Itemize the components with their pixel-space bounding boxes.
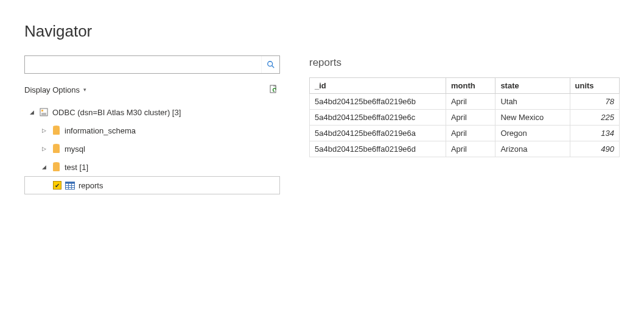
cell-state: New Mexico xyxy=(495,110,570,126)
tree-label: reports xyxy=(79,181,103,190)
display-options-dropdown[interactable]: Display Options ▾ xyxy=(24,85,88,94)
database-icon xyxy=(39,107,49,117)
cell-state: Utah xyxy=(495,94,570,110)
schema-icon xyxy=(51,126,61,135)
preview-table: _id month state units 5a4bd204125be6ffa0… xyxy=(309,77,620,157)
search-input[interactable] xyxy=(25,56,261,73)
cell-units: 225 xyxy=(570,110,619,126)
refresh-button[interactable] xyxy=(268,83,280,96)
cell-id: 5a4bd204125be6ffa0219e6b xyxy=(310,94,446,110)
column-header-id[interactable]: _id xyxy=(310,78,446,94)
tree-node-reports[interactable]: ✔ reports xyxy=(24,176,280,194)
expander-icon[interactable]: ▷ xyxy=(40,127,47,133)
cell-state: Oregon xyxy=(495,126,570,141)
tree-label: ODBC (dsn=BI Atlas M30 cluster) [3] xyxy=(52,108,181,117)
tree-label: mysql xyxy=(65,144,85,154)
expander-icon[interactable]: ◢ xyxy=(28,109,35,115)
tree-label: test [1] xyxy=(65,163,88,172)
cell-month: April xyxy=(446,141,495,157)
tree-node-mysql[interactable]: ▷ mysql xyxy=(24,140,280,158)
cell-month: April xyxy=(446,94,495,110)
schema-icon xyxy=(51,144,61,154)
display-options-label: Display Options xyxy=(24,85,80,94)
cell-units: 490 xyxy=(570,141,619,157)
table-icon xyxy=(65,180,75,190)
svg-line-1 xyxy=(271,66,274,68)
search-button[interactable] xyxy=(261,56,279,73)
schema-icon xyxy=(51,162,61,172)
search-box xyxy=(24,55,280,74)
table-row[interactable]: 5a4bd204125be6ffa0219e6b April Utah 78 xyxy=(310,94,620,110)
column-header-units[interactable]: units xyxy=(570,78,619,94)
svg-point-0 xyxy=(267,62,272,66)
cell-id: 5a4bd204125be6ffa0219e6d xyxy=(310,141,446,157)
checkbox[interactable]: ✔ xyxy=(53,181,61,190)
expander-icon[interactable]: ◢ xyxy=(40,164,47,170)
table-row[interactable]: 5a4bd204125be6ffa0219e6d April Arizona 4… xyxy=(310,141,620,157)
preview-title: reports xyxy=(309,57,620,69)
page-title: Navigator xyxy=(24,22,620,41)
cell-state: Arizona xyxy=(495,141,570,157)
navigator-panel: Display Options ▾ ◢ xyxy=(24,55,280,194)
cell-units: 134 xyxy=(570,126,619,141)
cell-month: April xyxy=(446,126,495,141)
tree-node-odbc-root[interactable]: ◢ ODBC (dsn=BI Atlas M30 cluster) [3] xyxy=(24,103,280,121)
table-row[interactable]: 5a4bd204125be6ffa0219e6c April New Mexic… xyxy=(310,110,620,126)
expander-icon[interactable]: ▷ xyxy=(40,146,47,152)
preview-panel: reports _id month state units 5a4bd20412… xyxy=(309,55,620,194)
column-header-state[interactable]: state xyxy=(495,78,570,94)
column-header-month[interactable]: month xyxy=(446,78,495,94)
tree-node-test[interactable]: ◢ test [1] xyxy=(24,158,280,176)
svg-rect-8 xyxy=(66,182,75,183)
cell-id: 5a4bd204125be6ffa0219e6c xyxy=(310,110,446,126)
search-icon xyxy=(267,60,275,69)
cell-id: 5a4bd204125be6ffa0219e6a xyxy=(310,126,446,141)
cell-month: April xyxy=(446,110,495,126)
table-row[interactable]: 5a4bd204125be6ffa0219e6a April Oregon 13… xyxy=(310,126,620,141)
refresh-icon xyxy=(269,85,279,94)
nav-tree: ◢ ODBC (dsn=BI Atlas M30 cluster) [3] ▷ xyxy=(24,103,280,194)
chevron-down-icon: ▾ xyxy=(83,87,88,93)
cell-units: 78 xyxy=(570,94,619,110)
tree-label: information_schema xyxy=(65,126,136,135)
tree-node-information-schema[interactable]: ▷ information_schema xyxy=(24,121,280,140)
svg-rect-4 xyxy=(41,110,43,112)
table-header-row: _id month state units xyxy=(310,78,620,94)
